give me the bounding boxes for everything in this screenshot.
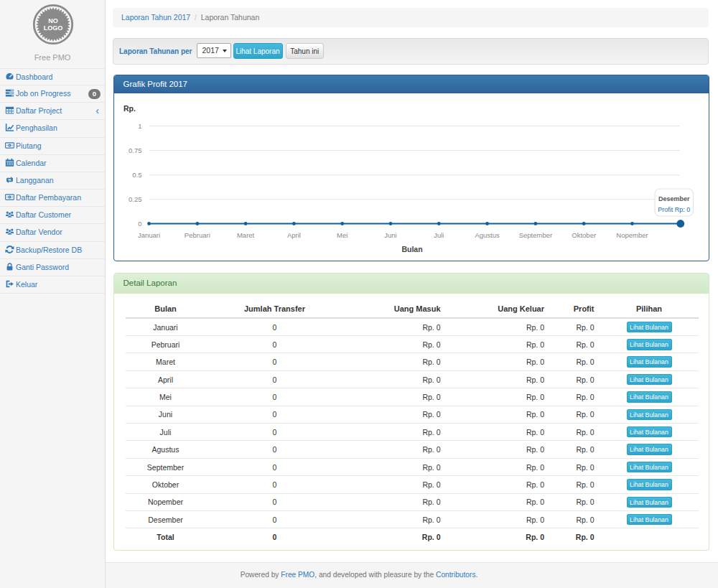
svg-text:Profit Rp: 0: Profit Rp: 0 bbox=[658, 206, 690, 213]
svg-text:Nopember: Nopember bbox=[616, 231, 648, 239]
svg-text:Mei: Mei bbox=[337, 231, 348, 239]
svg-text:Januari: Januari bbox=[137, 231, 159, 239]
svg-text:Maret: Maret bbox=[236, 231, 254, 239]
svg-text:1: 1 bbox=[138, 122, 141, 130]
svg-text:Rp.: Rp. bbox=[123, 104, 136, 113]
svg-text:LOGO: LOGO bbox=[44, 24, 63, 32]
svg-text:Desember: Desember bbox=[658, 195, 689, 202]
svg-text:0: 0 bbox=[138, 220, 141, 228]
svg-text:0.5: 0.5 bbox=[132, 171, 141, 179]
svg-text:0.75: 0.75 bbox=[129, 146, 142, 154]
svg-text:Juni: Juni bbox=[384, 231, 396, 239]
svg-text:September: September bbox=[518, 231, 551, 239]
svg-text:Agustus: Agustus bbox=[475, 231, 500, 239]
svg-text:Pebruari: Pebruari bbox=[184, 231, 210, 239]
svg-text:Oktober: Oktober bbox=[572, 231, 596, 239]
svg-text:NO: NO bbox=[48, 17, 58, 24]
svg-text:0.25: 0.25 bbox=[129, 195, 142, 203]
svg-text:Bulan: Bulan bbox=[401, 245, 422, 253]
svg-text:Juli: Juli bbox=[434, 231, 444, 239]
svg-text:April: April bbox=[286, 231, 300, 239]
